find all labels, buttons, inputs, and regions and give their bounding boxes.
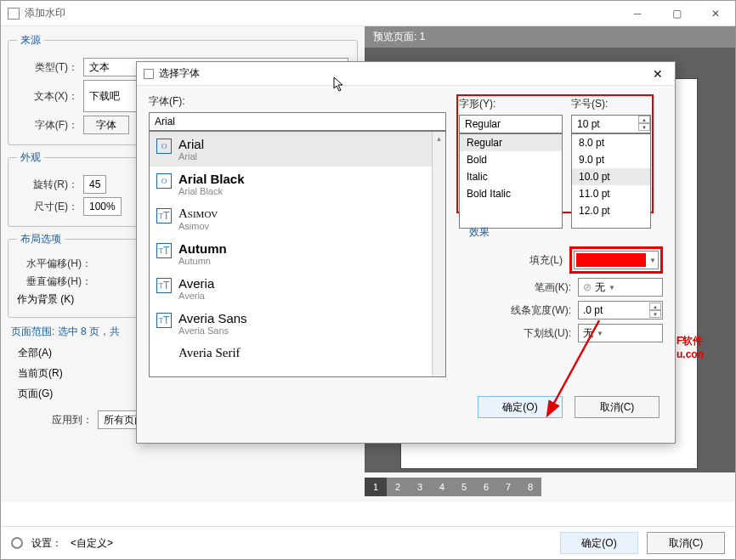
font-item-averia-sans[interactable]: TT Averia SansAveria Sans xyxy=(150,306,445,341)
size-input[interactable]: 100% xyxy=(83,197,122,216)
style-italic[interactable]: Italic xyxy=(460,168,562,185)
font-name-input[interactable] xyxy=(149,112,446,131)
font-button[interactable]: 字体 xyxy=(83,116,129,134)
font-item-averia-serif[interactable]: Averia Serif xyxy=(150,341,445,365)
font-item-averia[interactable]: TT AveriaAveria xyxy=(150,271,445,306)
preview-tab: 预览页面: 1 xyxy=(365,26,735,48)
fill-color-picker[interactable]: ▼ xyxy=(574,251,659,269)
page-thumb-5[interactable]: 5 xyxy=(453,478,475,496)
page-thumbnails: 1 2 3 4 5 6 7 8 xyxy=(365,478,735,496)
font-item-arial-black[interactable]: O Arial BlackArial Black xyxy=(150,167,445,201)
pen-select[interactable]: ⊘ 无▼ xyxy=(578,278,663,297)
page-thumb-1[interactable]: 1 xyxy=(365,478,387,496)
main-cancel-button[interactable]: 取消(C) xyxy=(647,532,725,554)
truetype-icon: TT xyxy=(156,208,172,223)
titlebar: 添加水印 ─ ▢ ✕ xyxy=(1,1,735,26)
opentype-icon: O xyxy=(156,139,172,154)
page-thumb-6[interactable]: 6 xyxy=(475,478,497,496)
font-item-autumn[interactable]: TT AutumnAutumn xyxy=(150,236,445,271)
size-11[interactable]: 11.0 pt xyxy=(572,185,650,202)
watermark-preview: F软件 u.con xyxy=(677,334,704,360)
dialog-icon xyxy=(144,69,154,79)
text-label: 文本(X)： xyxy=(17,89,78,104)
truetype-icon: TT xyxy=(156,243,172,258)
background-check[interactable]: 作为背景 (K) xyxy=(17,292,74,307)
size-8[interactable]: 8.0 pt xyxy=(572,134,650,151)
gear-icon[interactable] xyxy=(11,537,23,549)
chevron-down-icon: ▼ xyxy=(649,257,656,264)
style-bold[interactable]: Bold xyxy=(460,151,562,168)
style-bold-italic[interactable]: Bold Italic xyxy=(460,185,562,202)
underline-select[interactable]: 无▼ xyxy=(578,324,663,342)
style-regular[interactable]: Regular xyxy=(460,134,562,151)
page-thumb-2[interactable]: 2 xyxy=(387,478,409,496)
truetype-icon: TT xyxy=(156,278,172,293)
size-spinner[interactable]: ▲▼ xyxy=(638,116,650,131)
scroll-up-icon[interactable]: ▲ xyxy=(433,132,445,145)
fill-highlight: ▼ xyxy=(569,246,663,274)
dialog-cancel-button[interactable]: 取消(C) xyxy=(575,396,660,418)
style-input[interactable] xyxy=(459,115,563,133)
page-thumb-3[interactable]: 3 xyxy=(409,478,431,496)
truetype-icon: TT xyxy=(156,313,172,328)
size-10[interactable]: 10.0 pt xyxy=(572,168,650,185)
no-pen-icon: ⊘ xyxy=(583,281,592,293)
font-item-arial[interactable]: O ArialArial xyxy=(150,132,445,167)
page-thumb-4[interactable]: 4 xyxy=(431,478,453,496)
font-item-asimov[interactable]: TT AsimovAsimov xyxy=(150,201,445,236)
font-listbox[interactable]: O ArialArial O Arial BlackArial Black TT… xyxy=(149,131,446,377)
scrollbar[interactable]: ▲ xyxy=(432,132,445,376)
opentype-icon: O xyxy=(156,173,172,189)
app-icon xyxy=(8,8,20,20)
linewidth-spinner[interactable]: ▲▼ xyxy=(649,303,661,318)
rotate-input[interactable]: 45 xyxy=(83,175,106,194)
minimize-button[interactable]: ─ xyxy=(618,1,657,26)
font-dialog: 选择字体 ✕ 字体(F): O ArialArial O Arial Black… xyxy=(136,61,676,444)
main-ok-button[interactable]: 确定(O) xyxy=(560,532,638,554)
scope-pages[interactable]: 页面(G) xyxy=(18,387,53,401)
font-label: 字体(F)： xyxy=(17,118,78,133)
close-button[interactable]: ✕ xyxy=(696,1,735,26)
effects-label: 效果 xyxy=(469,225,663,240)
page-thumb-7[interactable]: 7 xyxy=(497,478,519,496)
settings-preset[interactable]: <自定义> xyxy=(71,536,113,551)
dialog-close-button[interactable]: ✕ xyxy=(641,67,675,81)
dialog-title: 选择字体 xyxy=(159,66,200,81)
size-9[interactable]: 9.0 pt xyxy=(572,151,650,168)
fill-swatch xyxy=(576,253,646,267)
linewidth-input[interactable]: .0 pt ▲▼ xyxy=(578,301,663,320)
type-label: 类型(T)： xyxy=(17,60,78,75)
window-title: 添加水印 xyxy=(25,6,65,20)
dialog-ok-button[interactable]: 确定(O) xyxy=(478,396,563,418)
maximize-button[interactable]: ▢ xyxy=(657,1,696,26)
page-thumb-8[interactable]: 8 xyxy=(519,478,541,496)
